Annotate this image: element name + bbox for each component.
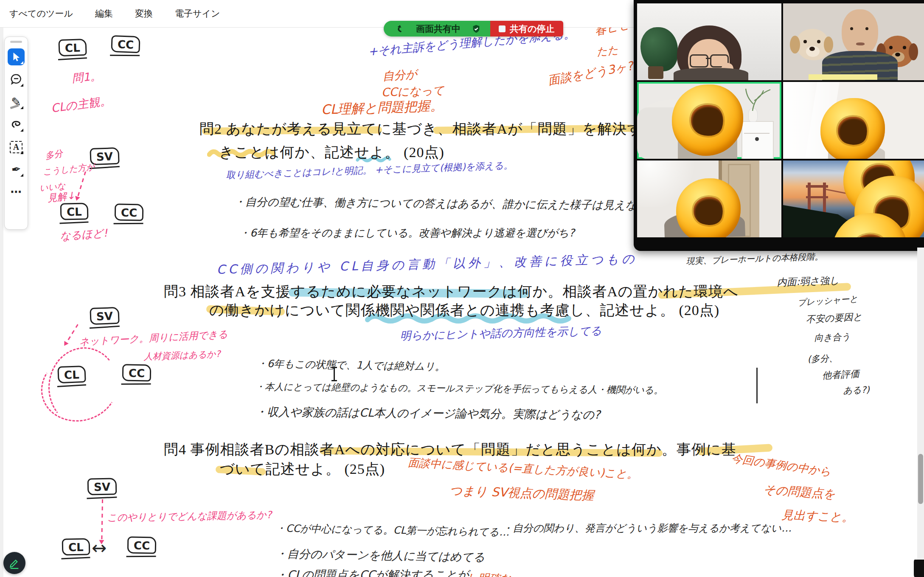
participant-tile-6[interactable]	[783, 160, 924, 237]
glasses-bridge	[706, 58, 710, 59]
screen-share-label: 画面共有中	[416, 23, 461, 35]
more-tools-button[interactable]: ⋯	[8, 183, 25, 200]
dog-left-nose	[809, 47, 815, 51]
dog-right-ear-2	[909, 43, 918, 60]
scrollbar-track[interactable]	[917, 248, 924, 577]
participant-eye	[850, 27, 853, 30]
stop-share-label: 共有の停止	[510, 23, 555, 35]
shield-check-icon	[472, 24, 481, 34]
question-3-line-2: の働きかけについて関係機関や関係者との連携も考慮し、記述せよ。 (20点)	[209, 301, 719, 320]
ink-note-black-q2b1: ・自分の望む仕事、働き方についての答えはあるが、誰かに伝えた様子は見えない	[234, 194, 648, 213]
annotate-pencil-button[interactable]	[3, 552, 25, 574]
ink-dashed-arrow-1	[77, 172, 86, 197]
ink-note-black-q3b1: ・6年もこの状態で、1人では絶対ムリ。	[257, 357, 445, 374]
dog-right-nose	[895, 53, 900, 56]
ink-note-pink-tabun: 多分	[44, 147, 64, 162]
dog-right-eye	[889, 46, 893, 49]
ink-note-black-q2b2: ・6年も希望をそのままにしている。改善や解決より逃避を選びがち?	[239, 226, 575, 240]
screen-share-banner: 画面共有中 共有の停止	[384, 21, 563, 37]
page-left-margin	[0, 27, 3, 577]
ink-note-pink-network: ネットワーク。周りに活用できる	[79, 328, 228, 349]
ink-note-black-tasha: 他者評価	[822, 367, 859, 382]
nightstand-knob	[755, 137, 759, 141]
lasso-tool-button[interactable]	[8, 116, 25, 133]
ink-dashed-arrow-2	[66, 324, 79, 343]
flower-emoji-overlay	[820, 98, 885, 159]
ink-note-blue-cc-igai: CC側の関わりや CL自身の言動「以外」、改善に役立つもの	[216, 251, 638, 279]
ink-note-blue-hint: 明らかにヒントや話の方向性を示してる	[400, 324, 602, 343]
ink-note-black-q4b1: ・CCが中心になってる。CL第一が忘れられてる…	[275, 521, 509, 539]
name-tag	[809, 74, 877, 80]
participant-tile-3[interactable]	[637, 82, 781, 159]
video-conference-panel[interactable]	[634, 0, 924, 251]
screen-share-status[interactable]: 画面共有中	[384, 21, 490, 37]
ink-box-cc-4: CC	[127, 536, 157, 554]
participant-tile-2[interactable]	[783, 3, 924, 80]
menu-edit[interactable]: 編集	[95, 8, 113, 20]
ink-box-cc-1: CC	[111, 35, 140, 53]
ink-note-pink-naruhodo: なるほど!	[59, 226, 108, 243]
ink-note-pink-koushita: こうした方が	[42, 161, 95, 178]
plant-decor	[640, 27, 678, 71]
text-select-tool-button[interactable]: A	[8, 138, 25, 155]
highlighter-tool-button[interactable]: ✎	[8, 93, 25, 110]
bridge-tower-beam-2	[806, 196, 828, 198]
share-arrow-icon	[395, 24, 405, 34]
ink-note-orange-mendan: 面談をどう3ヶ?	[547, 58, 635, 89]
menu-esign[interactable]: 電子サイン	[175, 8, 220, 20]
video-grid	[637, 3, 924, 237]
comment-tool-button[interactable]	[8, 71, 25, 88]
scrollbar-thumb[interactable]	[918, 454, 923, 504]
stop-square-icon	[499, 25, 506, 32]
question-4-line-1: 問4 事例相談者Bの相談者Aへの対応について「問題」だと思うことは何か。事例に基	[164, 440, 736, 459]
ink-note-black-q4b2: ・自分のパターンを他人に当てはめてる	[275, 546, 485, 565]
ink-note-orange-mondaiten: その問題点を	[763, 481, 836, 503]
plant-pot	[648, 66, 663, 79]
ink-note-pink-jinzai: 人材資源はあるか?	[143, 348, 221, 363]
toolbar-drag-handle[interactable]	[10, 41, 22, 43]
ink-note-black-pressure: プレッシャーと	[797, 293, 858, 309]
bridge-tower-beam	[806, 185, 828, 188]
ink-note-black-q4b3: ・CLの問題点をCCが解決することが	[276, 567, 469, 577]
ink-note-black-q3b2: ・本人にとっては絶壁のようなもの。スモールステップ化を手伝ってもらえる人・機関が…	[256, 380, 663, 397]
participant-tile-5[interactable]	[637, 160, 781, 237]
menu-convert[interactable]: 変換	[135, 8, 153, 20]
question-3-line-1: 問3 相談者Aを支援するために必要なネットワークは何か。相談者Aの置かれた環境へ	[164, 282, 739, 301]
ink-note-black-q4b1b: ・自分の関わり、発言がどういう影響を与えるか考えてない…	[503, 521, 792, 535]
signature-tool-button[interactable]: ✒	[8, 161, 25, 178]
question-2-line-1: 問2 あなたが考える見立てに基づき、相談者Aが「問題」を解決す	[199, 119, 642, 139]
dog-left-eye	[803, 40, 807, 43]
ink-box-cc-3: CC	[122, 364, 152, 381]
participant-shoulders	[674, 68, 748, 80]
ink-note-black-naimen: 内面:弱さ強し	[777, 274, 840, 289]
ink-note-orange-miidasu: 見出すこと。	[781, 507, 854, 526]
participant-tile-1[interactable]	[637, 3, 781, 80]
ink-dashed-arrow-3	[101, 499, 103, 540]
ink-box-sv-2: SV	[90, 307, 119, 325]
ink-box-cl-1: CL	[58, 39, 87, 56]
ink-note-orange-cl-rikai: CL理解と問題把握。	[321, 97, 444, 119]
dog-left-ear-2	[824, 37, 833, 53]
glasses-left-lens	[690, 54, 708, 68]
participant-eye-2	[865, 27, 868, 30]
ink-note-orange-meikaku: し明確な…	[466, 571, 522, 577]
ink-note-orange-jibun: 自分が	[382, 66, 418, 84]
participant-tile-4[interactable]	[783, 82, 924, 159]
ink-note-black-aru: ある?)	[843, 384, 870, 397]
ink-note-black-q3b3: ・収入や家族の話はCL本人のイメージ論や気分。実際はどうなの?	[256, 404, 601, 422]
select-tool-button[interactable]	[8, 48, 25, 65]
ink-note-pink-q1: 問1。	[71, 68, 102, 86]
stop-share-button[interactable]: 共有の停止	[490, 21, 563, 37]
corner-widget[interactable]	[912, 560, 924, 577]
ink-note-orange-tsumari: つまり SV視点の問題把握	[449, 482, 594, 504]
menu-all-tools[interactable]: すべてのツール	[9, 8, 73, 20]
ink-box-cc-2: CC	[115, 203, 144, 221]
ink-note-black-mukiau: 向き合う	[814, 331, 851, 344]
participant-mouth	[856, 42, 865, 45]
pencil-icon	[8, 557, 20, 569]
annotation-toolbar: ✎ A ✒ ⋯	[4, 37, 28, 230]
text-cursor	[334, 367, 335, 381]
ink-note-black-kakko-tabun: (多分、	[807, 352, 838, 365]
ink-note-orange-konkai: 今回の事例の中から	[730, 451, 832, 480]
participant-face	[842, 9, 878, 55]
